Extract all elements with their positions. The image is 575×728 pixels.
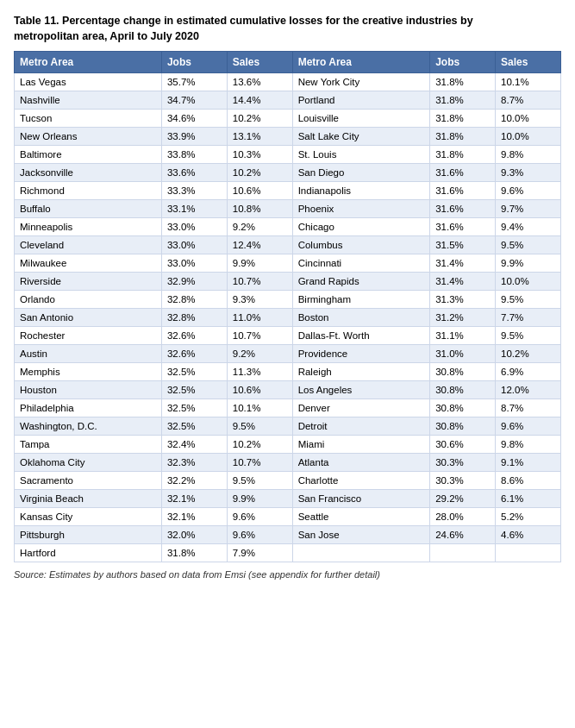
left-sales-cell: 9.2%	[227, 218, 292, 236]
right-sales-cell: 8.7%	[496, 91, 561, 110]
right-sales-cell: 9.6%	[496, 182, 561, 200]
right-sales-cell: 10.2%	[496, 345, 561, 363]
right-metro-cell	[292, 544, 430, 562]
right-sales-cell: 9.8%	[496, 436, 561, 454]
right-jobs-cell: 31.5%	[430, 236, 496, 254]
right-jobs-cell: 31.6%	[430, 200, 496, 218]
right-sales-cell: 9.7%	[496, 200, 561, 218]
right-sales-cell: 9.1%	[496, 454, 561, 472]
right-jobs-cell: 30.8%	[430, 363, 496, 381]
left-metro-cell: Buffalo	[15, 200, 162, 218]
left-jobs-cell: 34.7%	[161, 91, 227, 110]
right-jobs-cell: 31.6%	[430, 164, 496, 182]
right-metro-cell: New York City	[292, 73, 430, 91]
right-metro-cell: Charlotte	[292, 472, 430, 490]
table-row: Jacksonville33.6%10.2%San Diego31.6%9.3%	[15, 164, 561, 182]
right-sales-cell: 10.1%	[496, 73, 561, 91]
right-sales-cell: 9.5%	[496, 236, 561, 254]
right-metro-cell: Indianapolis	[292, 182, 430, 200]
left-sales-cell: 10.7%	[227, 327, 292, 345]
header-sales-left: Sales	[227, 52, 292, 73]
table-row: Buffalo33.1%10.8%Phoenix31.6%9.7%	[15, 200, 561, 218]
right-sales-cell	[496, 544, 561, 562]
table-row: San Antonio32.8%11.0%Boston31.2%7.7%	[15, 309, 561, 327]
header-sales-right: Sales	[496, 52, 561, 73]
right-jobs-cell: 31.6%	[430, 182, 496, 200]
left-metro-cell: Tucson	[15, 110, 162, 128]
left-jobs-cell: 31.8%	[161, 544, 227, 562]
right-jobs-cell: 31.4%	[430, 273, 496, 291]
left-sales-cell: 10.7%	[227, 273, 292, 291]
right-metro-cell: Boston	[292, 309, 430, 327]
right-jobs-cell: 30.8%	[430, 381, 496, 399]
left-jobs-cell: 33.1%	[161, 200, 227, 218]
right-metro-cell: Dallas-Ft. Worth	[292, 327, 430, 345]
table-row: New Orleans33.9%13.1%Salt Lake City31.8%…	[15, 128, 561, 146]
right-metro-cell: San Jose	[292, 526, 430, 544]
left-sales-cell: 9.6%	[227, 508, 292, 526]
left-sales-cell: 9.5%	[227, 417, 292, 436]
right-jobs-cell: 30.6%	[430, 436, 496, 454]
header-metro-left: Metro Area	[15, 52, 162, 73]
right-jobs-cell: 31.0%	[430, 345, 496, 363]
left-metro-cell: Virginia Beach	[15, 490, 162, 508]
table-row: Orlando32.8%9.3%Birmingham31.3%9.5%	[15, 291, 561, 309]
right-jobs-cell	[430, 544, 496, 562]
left-sales-cell: 10.6%	[227, 381, 292, 399]
left-sales-cell: 10.6%	[227, 182, 292, 200]
table-row: Pittsburgh32.0%9.6%San Jose24.6%4.6%	[15, 526, 561, 544]
right-metro-cell: Detroit	[292, 417, 430, 436]
left-jobs-cell: 33.6%	[161, 164, 227, 182]
right-jobs-cell: 30.8%	[430, 417, 496, 436]
left-metro-cell: Oklahoma City	[15, 454, 162, 472]
left-metro-cell: Pittsburgh	[15, 526, 162, 544]
right-jobs-cell: 31.8%	[430, 146, 496, 164]
left-sales-cell: 9.9%	[227, 254, 292, 273]
table-row: Tampa32.4%10.2%Miami30.6%9.8%	[15, 436, 561, 454]
left-metro-cell: Washington, D.C.	[15, 417, 162, 436]
right-metro-cell: San Diego	[292, 164, 430, 182]
right-sales-cell: 10.0%	[496, 110, 561, 128]
right-sales-cell: 9.4%	[496, 218, 561, 236]
left-jobs-cell: 33.0%	[161, 254, 227, 273]
left-jobs-cell: 33.0%	[161, 236, 227, 254]
right-sales-cell: 10.0%	[496, 128, 561, 146]
left-sales-cell: 10.8%	[227, 200, 292, 218]
left-metro-cell: Hartford	[15, 544, 162, 562]
right-jobs-cell: 30.3%	[430, 454, 496, 472]
left-jobs-cell: 32.4%	[161, 436, 227, 454]
right-sales-cell: 9.9%	[496, 254, 561, 273]
left-metro-cell: Nashville	[15, 91, 162, 110]
table-row: Memphis32.5%11.3%Raleigh30.8%6.9%	[15, 363, 561, 381]
left-sales-cell: 10.2%	[227, 164, 292, 182]
right-jobs-cell: 31.8%	[430, 73, 496, 91]
left-jobs-cell: 32.1%	[161, 490, 227, 508]
left-metro-cell: Orlando	[15, 291, 162, 309]
left-sales-cell: 9.9%	[227, 490, 292, 508]
right-jobs-cell: 31.8%	[430, 91, 496, 110]
table-row: Virginia Beach32.1%9.9%San Francisco29.2…	[15, 490, 561, 508]
data-table: Metro Area Jobs Sales Metro Area Jobs Sa…	[14, 51, 561, 562]
table-row: Philadelphia32.5%10.1%Denver30.8%8.7%	[15, 399, 561, 417]
left-metro-cell: Memphis	[15, 363, 162, 381]
right-metro-cell: Los Angeles	[292, 381, 430, 399]
right-metro-cell: Atlanta	[292, 454, 430, 472]
table-row: Kansas City32.1%9.6%Seattle28.0%5.2%	[15, 508, 561, 526]
left-sales-cell: 11.0%	[227, 309, 292, 327]
left-metro-cell: New Orleans	[15, 128, 162, 146]
left-jobs-cell: 34.6%	[161, 110, 227, 128]
left-metro-cell: Tampa	[15, 436, 162, 454]
right-sales-cell: 9.3%	[496, 164, 561, 182]
left-jobs-cell: 32.5%	[161, 417, 227, 436]
right-jobs-cell: 31.8%	[430, 110, 496, 128]
left-jobs-cell: 32.1%	[161, 508, 227, 526]
table-row: Hartford31.8%7.9%	[15, 544, 561, 562]
right-sales-cell: 10.0%	[496, 273, 561, 291]
right-jobs-cell: 30.3%	[430, 472, 496, 490]
left-sales-cell: 9.5%	[227, 472, 292, 490]
left-jobs-cell: 33.9%	[161, 128, 227, 146]
left-jobs-cell: 33.0%	[161, 218, 227, 236]
header-jobs-left: Jobs	[161, 52, 227, 73]
left-sales-cell: 13.6%	[227, 73, 292, 91]
right-metro-cell: Miami	[292, 436, 430, 454]
